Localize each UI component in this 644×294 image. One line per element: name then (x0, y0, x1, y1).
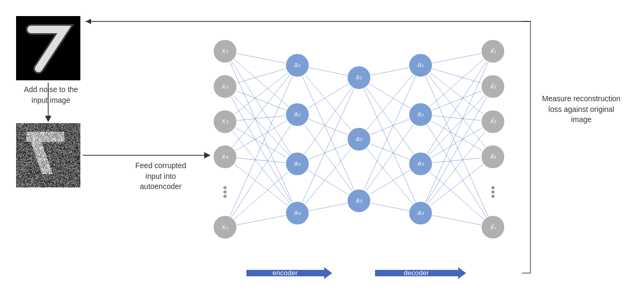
measure-reconstruction-label: Measure reconstruction loss against orig… (541, 94, 621, 125)
feed-corrupted-label: Feed corrupted input into autoencoder (134, 161, 188, 192)
add-noise-label: Add noise to the input image (16, 85, 86, 105)
